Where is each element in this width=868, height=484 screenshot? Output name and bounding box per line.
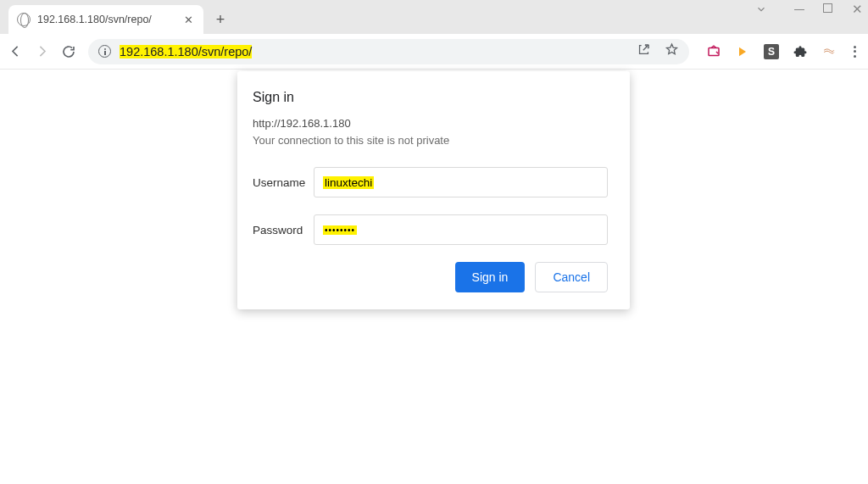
extension-icons: S <box>706 44 860 59</box>
dialog-title: Sign in <box>253 90 608 105</box>
window-titlebar: 192.168.1.180/svn/repo/ ✕ + ✕ <box>0 0 868 34</box>
new-tab-button[interactable]: + <box>209 8 232 31</box>
maximize-icon[interactable] <box>823 3 832 13</box>
globe-icon <box>17 13 31 26</box>
cancel-button[interactable]: Cancel <box>535 262 608 292</box>
auth-dialog: Sign in http://192.168.1.180 Your connec… <box>237 71 630 309</box>
window-controls: ✕ <box>755 3 863 15</box>
dialog-origin: http://192.168.1.180 <box>253 117 608 130</box>
username-label: Username <box>253 176 314 189</box>
extension-icon-s[interactable]: S <box>764 44 779 59</box>
reload-button[interactable] <box>61 44 76 59</box>
dialog-warning: Your connection to this site is not priv… <box>253 134 608 147</box>
extension-icon-3[interactable] <box>821 44 837 59</box>
extension-icon-1[interactable] <box>706 44 721 59</box>
browser-toolbar: 192.168.1.180/svn/repo/ S <box>0 34 868 70</box>
address-bar[interactable]: 192.168.1.180/svn/repo/ <box>88 39 689 64</box>
browser-tab-active[interactable]: 192.168.1.180/svn/repo/ ✕ <box>8 5 203 34</box>
bookmark-star-icon[interactable] <box>665 42 679 60</box>
tab-title: 192.168.1.180/svn/repo/ <box>37 14 175 25</box>
chevron-down-icon[interactable] <box>755 3 767 15</box>
url-text: 192.168.1.180/svn/repo/ <box>120 45 628 58</box>
svg-rect-0 <box>709 47 719 55</box>
browser-menu-button[interactable] <box>850 46 860 58</box>
info-icon[interactable] <box>98 45 111 58</box>
signin-button[interactable]: Sign in <box>455 262 526 292</box>
minimize-icon[interactable] <box>794 9 804 10</box>
password-input[interactable]: •••••••• <box>314 214 608 245</box>
extensions-puzzle-icon[interactable] <box>793 44 808 59</box>
close-tab-icon[interactable]: ✕ <box>182 14 195 26</box>
share-icon[interactable] <box>637 42 651 60</box>
extension-icon-2[interactable] <box>735 44 750 59</box>
password-label: Password <box>253 224 314 236</box>
window-close-icon[interactable]: ✕ <box>851 3 863 15</box>
forward-button <box>35 44 49 58</box>
back-button[interactable] <box>8 44 23 58</box>
username-input[interactable]: linuxtechi <box>314 167 608 197</box>
